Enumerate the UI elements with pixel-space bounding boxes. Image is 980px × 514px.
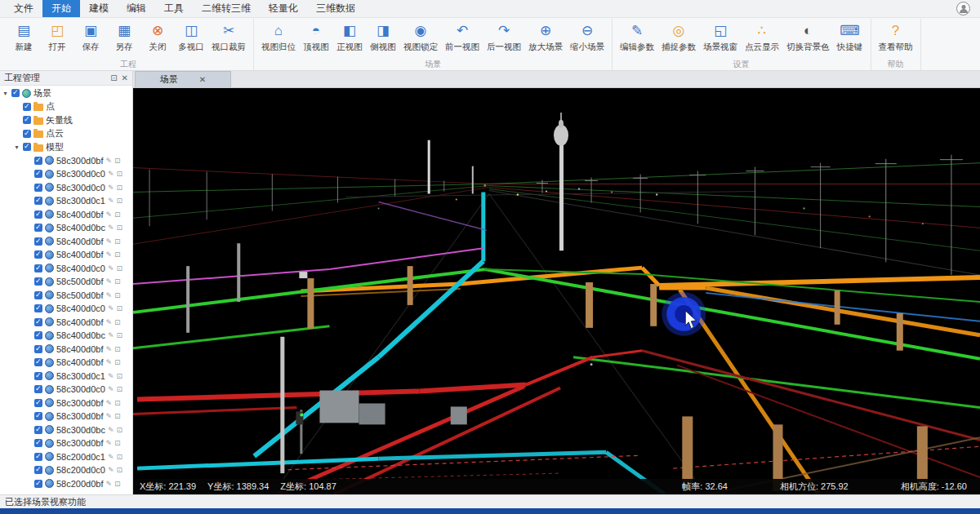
edit-icon[interactable]: ✎ <box>108 184 114 192</box>
tree-row[interactable]: 58c400d0bf✎⊡ <box>0 248 132 262</box>
checkbox[interactable] <box>34 250 42 259</box>
float-panel-icon[interactable]: ⊡ <box>110 73 117 82</box>
tree-row[interactable]: 58c300d0bf✎⊡ <box>0 397 132 410</box>
locate-icon[interactable]: ⊡ <box>114 157 121 165</box>
tree-row[interactable]: 58c400d0bc✎⊡ <box>0 221 132 235</box>
locate-icon[interactable]: ⊡ <box>114 480 121 488</box>
locate-icon[interactable]: ⊡ <box>117 224 123 232</box>
ribbon-button-视图归位[interactable]: ⌂视图归位 <box>258 19 299 53</box>
tree-row[interactable]: 58c300d0c0✎⊡ <box>0 181 132 195</box>
locate-icon[interactable]: ⊡ <box>114 358 121 366</box>
edit-icon[interactable]: ✎ <box>108 426 114 434</box>
tree-row[interactable]: 58c300d0bf✎⊡ <box>0 410 132 423</box>
ribbon-button-放大场景[interactable]: ⊕放大场景 <box>525 19 566 53</box>
ribbon-button-捕捉参数[interactable]: ◎捕捉参数 <box>658 19 699 53</box>
locate-icon[interactable]: ⊡ <box>117 453 123 461</box>
ribbon-button-编辑参数[interactable]: ✎编辑参数 <box>617 19 657 53</box>
checkbox[interactable] <box>34 345 42 353</box>
locate-icon[interactable]: ⊡ <box>114 210 121 219</box>
locate-icon[interactable]: ⊡ <box>117 184 123 192</box>
locate-icon[interactable]: ⊡ <box>114 277 121 286</box>
checkbox[interactable] <box>34 453 42 461</box>
edit-icon[interactable]: ✎ <box>108 264 114 273</box>
user-avatar-button[interactable] <box>956 2 970 16</box>
tree-row[interactable]: 点 <box>0 100 132 114</box>
locate-icon[interactable]: ⊡ <box>114 318 121 326</box>
ribbon-button-另存[interactable]: ▦另存 <box>108 19 140 53</box>
edit-icon[interactable]: ✎ <box>106 439 113 447</box>
checkbox[interactable] <box>34 210 42 219</box>
checkbox[interactable] <box>34 157 42 165</box>
tree-row[interactable]: 58c400d0bf✎⊡ <box>0 316 132 330</box>
locate-icon[interactable]: ⊡ <box>117 466 123 474</box>
ribbon-button-缩小场景[interactable]: ⊖缩小场景 <box>567 19 608 53</box>
edit-icon[interactable]: ✎ <box>106 318 113 326</box>
tree-row[interactable]: 58c400d0bf✎⊡ <box>0 208 132 222</box>
ribbon-button-场景视窗[interactable]: ◱场景视窗 <box>700 19 741 53</box>
tree-row[interactable]: 58c200d0c1✎⊡ <box>0 450 132 464</box>
menu-item-开始[interactable]: 开始 <box>42 0 80 17</box>
checkbox[interactable] <box>34 264 42 273</box>
ribbon-button-点云显示[interactable]: ∴点云显示 <box>742 19 782 53</box>
ribbon-button-前一视图[interactable]: ↶前一视图 <box>442 19 483 53</box>
tree-row[interactable]: ▾模型 <box>0 140 132 154</box>
locate-icon[interactable]: ⊡ <box>117 331 123 339</box>
edit-icon[interactable]: ✎ <box>106 358 113 366</box>
tree-row[interactable]: 58c400d0bf✎⊡ <box>0 235 132 249</box>
edit-icon[interactable]: ✎ <box>108 453 114 461</box>
tree-row[interactable]: 58c400d0c0✎⊡ <box>0 262 132 276</box>
tree-row[interactable]: 58c200d0c0✎⊡ <box>0 463 132 477</box>
edit-icon[interactable]: ✎ <box>106 345 113 353</box>
tab-close-icon[interactable]: ✕ <box>199 75 206 84</box>
locate-icon[interactable]: ⊡ <box>114 345 121 353</box>
checkbox[interactable] <box>34 331 42 339</box>
ribbon-button-快捷键[interactable]: ⌨快捷键 <box>834 19 866 53</box>
locate-icon[interactable]: ⊡ <box>114 439 121 447</box>
checkbox[interactable] <box>34 197 42 205</box>
menu-item-文件[interactable]: 文件 <box>5 0 42 17</box>
tree-row[interactable]: 58c300d0bf✎⊡ <box>0 154 132 168</box>
edit-icon[interactable]: ✎ <box>106 412 113 420</box>
checkbox[interactable] <box>11 89 20 97</box>
locate-icon[interactable]: ⊡ <box>114 250 121 259</box>
expand-arrow-icon[interactable]: ▾ <box>13 144 20 151</box>
ribbon-button-查看帮助[interactable]: ?查看帮助 <box>875 19 916 53</box>
ribbon-button-切换背景色[interactable]: ◐切换背景色 <box>783 19 833 53</box>
tree-row[interactable]: 58c500d0bf✎⊡ <box>0 275 132 289</box>
menu-item-建模[interactable]: 建模 <box>80 0 118 17</box>
close-panel-icon[interactable]: ✕ <box>122 73 128 82</box>
locate-icon[interactable]: ⊡ <box>114 237 121 246</box>
edit-icon[interactable]: ✎ <box>106 480 113 488</box>
checkbox[interactable] <box>34 358 42 366</box>
checkbox[interactable] <box>34 291 42 299</box>
tree-row[interactable]: 58c400d0bf✎⊡ <box>0 356 132 370</box>
tree-row[interactable]: 58c400d0bf✎⊡ <box>0 343 132 357</box>
edit-icon[interactable]: ✎ <box>106 157 113 165</box>
edit-icon[interactable]: ✎ <box>106 399 113 407</box>
edit-icon[interactable]: ✎ <box>108 304 114 312</box>
ribbon-button-视图锁定[interactable]: ◉视图锁定 <box>400 19 441 53</box>
tree-row[interactable]: ▾场景 <box>0 86 132 100</box>
expand-arrow-icon[interactable]: ▾ <box>2 90 9 97</box>
locate-icon[interactable]: ⊡ <box>117 170 123 178</box>
ribbon-button-顶视图[interactable]: ◓顶视图 <box>300 19 332 53</box>
checkbox[interactable] <box>23 116 31 124</box>
tree-row[interactable]: 58c400d0bc✎⊡ <box>0 329 132 343</box>
locate-icon[interactable]: ⊡ <box>117 372 123 380</box>
checkbox[interactable] <box>34 480 42 488</box>
ribbon-button-保存[interactable]: ▣保存 <box>74 19 107 53</box>
locate-icon[interactable]: ⊡ <box>114 291 121 299</box>
tree-row[interactable]: 58c500d0bf✎⊡ <box>0 289 132 303</box>
edit-icon[interactable]: ✎ <box>106 277 113 286</box>
ribbon-button-多视口[interactable]: ◫多视口 <box>175 19 207 53</box>
viewport-3d[interactable]: X坐标: 221.39Y坐标: 1389.34Z坐标: 104.87 帧率: 3… <box>133 88 980 494</box>
edit-icon[interactable]: ✎ <box>106 291 113 299</box>
tree-row[interactable]: 58c300d0bf✎⊡ <box>0 436 132 450</box>
tree-row[interactable]: 矢量线 <box>0 113 132 127</box>
edit-icon[interactable]: ✎ <box>108 197 114 205</box>
tree-row[interactable]: 58c300d0bc✎⊡ <box>0 423 132 437</box>
tree-row[interactable]: 58c200d0bf✎⊡ <box>0 477 132 491</box>
checkbox[interactable] <box>34 412 42 420</box>
locate-icon[interactable]: ⊡ <box>117 426 123 434</box>
locate-icon[interactable]: ⊡ <box>117 264 123 273</box>
